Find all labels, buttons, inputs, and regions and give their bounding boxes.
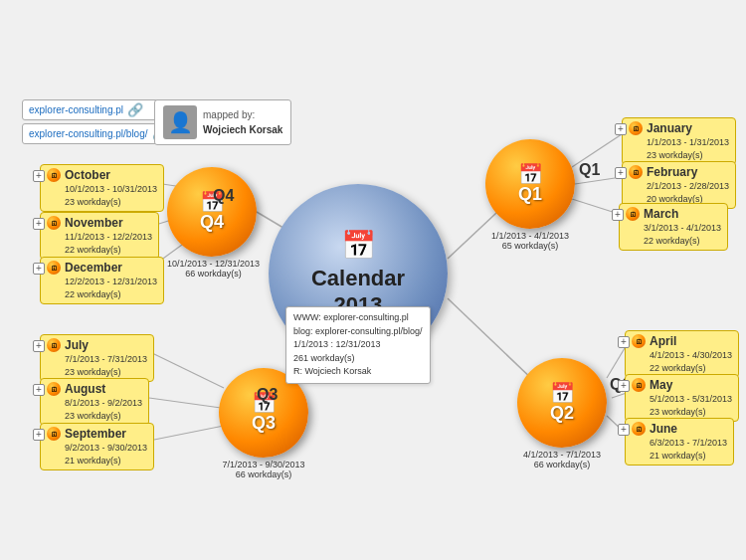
august-name: August bbox=[65, 382, 105, 396]
january-dates: 1/1/2013 - 1/31/2013 23 workday(s) bbox=[647, 136, 729, 161]
november-workdays: 22 workday(s) bbox=[65, 244, 152, 257]
february-icon: 🗓 bbox=[629, 165, 643, 179]
february-dates-text: 2/1/2013 - 2/28/2013 bbox=[647, 180, 729, 193]
april-expand[interactable]: + bbox=[618, 336, 630, 348]
november-icon: 🗓 bbox=[47, 216, 61, 230]
august-expand[interactable]: + bbox=[33, 384, 45, 396]
q1-workdays: 65 workday(s) bbox=[485, 241, 575, 251]
may-workdays: 23 workday(s) bbox=[650, 406, 732, 419]
november-header: 🗓 November bbox=[47, 216, 152, 230]
q3-workdays: 66 workday(s) bbox=[219, 469, 308, 479]
q1-outside-label: Q1 bbox=[579, 161, 600, 179]
center-blog: blog: explorer-consulting.pl/blog/ bbox=[293, 325, 423, 339]
july-expand[interactable]: + bbox=[33, 340, 45, 352]
december-dates: 12/2/2013 - 12/31/2013 22 workday(s) bbox=[65, 276, 157, 300]
svg-line-11 bbox=[149, 398, 221, 408]
september-name: September bbox=[65, 427, 126, 441]
august-icon: 🗓 bbox=[47, 382, 61, 396]
september-workdays: 21 workday(s) bbox=[65, 455, 147, 467]
june-name: June bbox=[650, 422, 677, 436]
january-box: 🗓 January 1/1/2013 - 1/31/2013 23 workda… bbox=[622, 117, 736, 165]
february-expand[interactable]: + bbox=[615, 167, 627, 179]
author-text: mapped by: Wojciech Korsak bbox=[203, 107, 282, 137]
march-box: 🗓 March 3/1/2013 - 4/1/2013 22 workday(s… bbox=[619, 203, 728, 251]
june-dates-text: 6/3/2013 - 7/1/2013 bbox=[650, 437, 727, 450]
q1-circle[interactable]: 📅 Q1 bbox=[485, 139, 575, 229]
q1-dates-text: 1/1/2013 - 4/1/2013 bbox=[485, 231, 575, 241]
october-workdays: 23 workday(s) bbox=[65, 196, 157, 209]
link1[interactable]: explorer-consulting.pl 🔗 bbox=[22, 99, 175, 120]
january-icon: 🗓 bbox=[629, 121, 643, 135]
october-dates: 10/1/2013 - 10/31/2013 23 workday(s) bbox=[65, 183, 157, 208]
calendar-icon: 📅 bbox=[341, 229, 376, 262]
april-box: 🗓 April 4/1/2013 - 4/30/2013 22 workday(… bbox=[625, 330, 739, 378]
january-header: 🗓 January bbox=[629, 121, 729, 135]
june-dates: 6/3/2013 - 7/1/2013 21 workday(s) bbox=[650, 437, 727, 462]
december-expand[interactable]: + bbox=[33, 263, 45, 275]
september-icon: 🗓 bbox=[47, 427, 61, 441]
q4-dates-text: 10/1/2013 - 12/31/2013 bbox=[167, 259, 260, 269]
january-workdays: 23 workday(s) bbox=[647, 149, 729, 162]
q4-workdays: 66 workday(s) bbox=[167, 269, 260, 279]
author-name: Wojciech Korsak bbox=[203, 122, 282, 137]
march-dates-text: 3/1/2013 - 4/1/2013 bbox=[644, 222, 721, 235]
january-expand[interactable]: + bbox=[615, 123, 627, 135]
december-name: December bbox=[65, 261, 122, 275]
q3-dates-text: 7/1/2013 - 9/30/2013 bbox=[219, 460, 308, 469]
march-icon: 🗓 bbox=[626, 207, 640, 221]
link2-text: explorer-consulting.pl/blog/ bbox=[29, 128, 148, 139]
september-dates-text: 9/2/2013 - 9/30/2013 bbox=[65, 442, 147, 455]
july-dates-text: 7/1/2013 - 7/31/2013 bbox=[65, 353, 147, 366]
december-dates-text: 12/2/2013 - 12/31/2013 bbox=[65, 276, 157, 288]
november-name: November bbox=[65, 216, 123, 230]
q1-icon: 📅 bbox=[518, 164, 543, 184]
q2-info: 4/1/2013 - 7/1/2013 66 workday(s) bbox=[517, 450, 607, 469]
april-dates: 4/1/2013 - 4/30/2013 22 workday(s) bbox=[650, 349, 732, 374]
q4-circle[interactable]: 📅 Q4 bbox=[167, 167, 257, 257]
august-box: 🗓 August 8/1/2013 - 9/2/2013 23 workday(… bbox=[40, 378, 149, 426]
march-dates: 3/1/2013 - 4/1/2013 22 workday(s) bbox=[644, 222, 721, 247]
may-box: 🗓 May 5/1/2013 - 5/31/2013 23 workday(s) bbox=[625, 374, 739, 422]
q1-dates: 1/1/2013 - 4/1/2013 65 workday(s) bbox=[485, 231, 575, 251]
may-expand[interactable]: + bbox=[618, 380, 630, 392]
july-header: 🗓 July bbox=[47, 338, 147, 352]
center-dates: 1/1/2013 : 12/31/2013 bbox=[293, 338, 423, 352]
august-header: 🗓 August bbox=[47, 382, 142, 396]
september-expand[interactable]: + bbox=[33, 429, 45, 441]
march-expand[interactable]: + bbox=[612, 209, 624, 221]
link2[interactable]: explorer-consulting.pl/blog/ 🔗 bbox=[22, 123, 175, 144]
february-header: 🗓 February bbox=[629, 165, 729, 179]
april-icon: 🗓 bbox=[632, 334, 646, 348]
june-expand[interactable]: + bbox=[618, 424, 630, 436]
svg-line-12 bbox=[149, 426, 224, 441]
march-workdays: 22 workday(s) bbox=[644, 235, 721, 248]
may-dates-text: 5/1/2013 - 5/31/2013 bbox=[650, 393, 732, 406]
august-dates-text: 8/1/2013 - 9/2/2013 bbox=[65, 397, 142, 410]
february-dates: 2/1/2013 - 2/28/2013 20 workday(s) bbox=[647, 180, 729, 205]
july-workdays: 23 workday(s) bbox=[65, 366, 147, 379]
july-dates: 7/1/2013 - 7/31/2013 23 workday(s) bbox=[65, 353, 147, 378]
october-header: 🗓 October bbox=[47, 168, 157, 182]
svg-line-7 bbox=[607, 348, 625, 378]
october-expand[interactable]: + bbox=[33, 170, 45, 182]
september-box: 🗓 September 9/2/2013 - 9/30/2013 21 work… bbox=[40, 423, 154, 470]
july-box: 🗓 July 7/1/2013 - 7/31/2013 23 workday(s… bbox=[40, 334, 154, 382]
q3-node: 📅 Q3 7/1/2013 - 9/30/2013 66 workday(s) bbox=[219, 368, 308, 479]
q2-node: 📅 Q2 4/1/2013 - 7/1/2013 66 workday(s) bbox=[517, 358, 607, 469]
q1-label: Q1 bbox=[518, 184, 542, 205]
q2-label: Q2 bbox=[550, 403, 574, 424]
header-links: explorer-consulting.pl 🔗 explorer-consul… bbox=[22, 99, 175, 147]
august-workdays: 23 workday(s) bbox=[65, 410, 142, 423]
april-workdays: 22 workday(s) bbox=[650, 362, 732, 375]
october-icon: 🗓 bbox=[47, 168, 61, 182]
december-icon: 🗓 bbox=[47, 261, 61, 275]
april-header: 🗓 April bbox=[632, 334, 732, 348]
q4-label: Q4 bbox=[200, 212, 224, 233]
november-expand[interactable]: + bbox=[33, 218, 45, 230]
may-icon: 🗓 bbox=[632, 378, 646, 392]
q2-circle[interactable]: 📅 Q2 bbox=[517, 358, 607, 448]
february-box: 🗓 February 2/1/2013 - 2/28/2013 20 workd… bbox=[622, 161, 736, 209]
june-icon: 🗓 bbox=[632, 422, 646, 436]
july-name: July bbox=[65, 338, 89, 352]
q2-workdays: 66 workday(s) bbox=[517, 460, 607, 469]
